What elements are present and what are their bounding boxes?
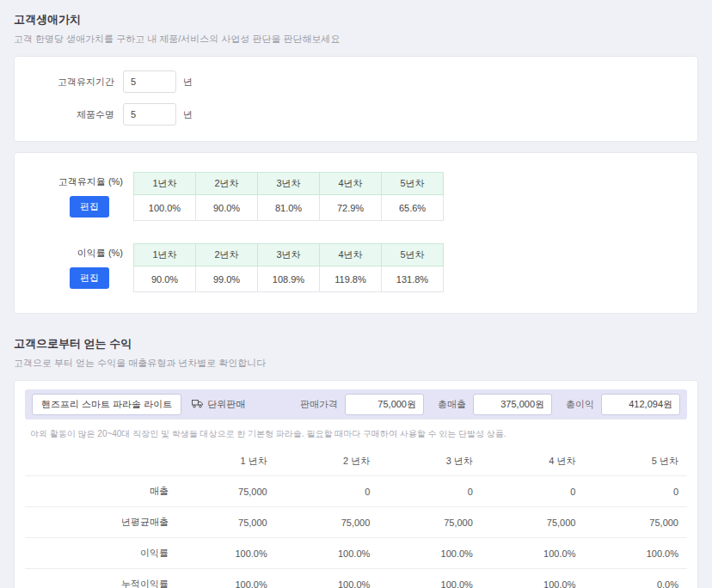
clv-section-header: 고객생애가치 고객 한명당 생애가치를 구하고 내 제품/서비스의 사업성 판단… xyxy=(14,12,698,46)
total-revenue-value: 375,000원 xyxy=(473,394,552,415)
table-cell: 100.0% xyxy=(482,538,585,569)
profit-rate-label: 이익률 (%) xyxy=(77,247,123,260)
rate-cell: 99.0% xyxy=(196,266,258,292)
retention-period-input[interactable] xyxy=(123,70,176,93)
year-header: 2 년차 xyxy=(276,447,379,476)
table-cell: 100.0% xyxy=(584,538,687,569)
product-life-input[interactable] xyxy=(123,103,176,126)
rates-card: 고객유지율 (%) 편집 1년차 2년차 3년차 4년차 5년차 100.0% … xyxy=(14,152,698,314)
rate-cell: 72.9% xyxy=(320,195,382,221)
table-cell: 75,000 xyxy=(482,507,585,538)
table-cell: 75,000 xyxy=(177,476,276,507)
year-header: 2년차 xyxy=(196,173,258,195)
year-header: 4년차 xyxy=(320,173,382,195)
table-cell: 75,000 xyxy=(276,507,379,538)
year-header: 1년차 xyxy=(134,244,196,266)
product-revenue-card: 핸즈프리 스마트 파라솔 라이트 단위판매 판매가격 75,000원 총매출 3… xyxy=(14,380,698,588)
revenue-section-header: 고객으로부터 얻는 수익 고객으로 부터 얻는 수익을 매출유형과 년차별로 확… xyxy=(14,336,698,370)
profit-rate-left: 이익률 (%) 편집 xyxy=(35,243,123,289)
yearly-revenue-table: 1 년차 2 년차 3 년차 4 년차 5 년차 매출 75,000 0 0 0… xyxy=(25,447,687,588)
sale-type-label: 단위판매 xyxy=(207,398,245,411)
revenue-section-subtitle: 고객으로 부터 얻는 수익을 매출유형과 년차별로 확인합니다 xyxy=(14,357,698,370)
table-row: 매출 75,000 0 0 0 0 xyxy=(25,476,687,507)
product-life-row: 제품수명 년 xyxy=(35,103,677,126)
retention-rate-value-row: 100.0% 90.0% 81.0% 72.9% 65.6% xyxy=(134,195,444,221)
page-title: 고객생애가치 xyxy=(14,12,698,28)
rate-cell: 119.8% xyxy=(320,266,382,292)
table-cell: 100.0% xyxy=(378,538,482,569)
table-row: 이익률 100.0% 100.0% 100.0% 100.0% 100.0% xyxy=(25,538,687,569)
sale-type: 단위판매 xyxy=(192,398,245,411)
rate-cell: 108.9% xyxy=(258,266,320,292)
year-header: 2년차 xyxy=(196,244,258,266)
table-cell: 100.0% xyxy=(177,569,276,588)
year-header: 1년차 xyxy=(134,173,196,195)
table-row: 누적이익률 100.0% 100.0% 100.0% 100.0% 0.0% xyxy=(25,569,687,588)
product-header-bar: 핸즈프리 스마트 파라솔 라이트 단위판매 판매가격 75,000원 총매출 3… xyxy=(25,389,687,420)
retention-rate-table: 1년차 2년차 3년차 4년차 5년차 100.0% 90.0% 81.0% 7… xyxy=(133,172,444,221)
profit-rate-edit-button[interactable]: 편집 xyxy=(70,267,109,289)
revenue-section-title: 고객으로부터 얻는 수익 xyxy=(14,336,698,352)
table-cell: 75,000 xyxy=(378,507,482,538)
rate-cell: 90.0% xyxy=(196,195,258,221)
product-life-unit: 년 xyxy=(183,108,193,121)
page-subtitle: 고객 한명당 생애가치를 구하고 내 제품/서비스의 사업성 판단을 판단해보세… xyxy=(14,33,698,46)
profit-rate-table: 1년차 2년차 3년차 4년차 5년차 90.0% 99.0% 108.9% 1… xyxy=(133,243,444,292)
rate-cell: 131.8% xyxy=(382,266,444,292)
year-header: 4 년차 xyxy=(482,447,585,476)
empty-corner-cell xyxy=(25,447,177,476)
table-cell: 0 xyxy=(482,476,585,507)
year-header: 5년차 xyxy=(382,244,444,266)
table-cell: 100.0% xyxy=(276,538,379,569)
row-label: 년평균매출 xyxy=(25,507,177,538)
table-cell: 75,000 xyxy=(584,507,687,538)
retention-period-label: 고객유지기간 xyxy=(35,76,114,89)
year-header: 5 년차 xyxy=(584,447,687,476)
table-row: 년평균매출 75,000 75,000 75,000 75,000 75,000 xyxy=(25,507,687,538)
truck-icon xyxy=(192,399,203,410)
profit-rate-header-row: 1년차 2년차 3년차 4년차 5년차 xyxy=(134,244,444,266)
total-profit-label: 총이익 xyxy=(566,398,594,411)
profit-rate-group: 이익률 (%) 편집 1년차 2년차 3년차 4년차 5년차 90.0% 99.… xyxy=(35,243,677,292)
product-description: 야외 활동이 많은 20~40대 직장인 및 학생을 대상으로 한 기본형 파라… xyxy=(25,420,687,447)
inputs-card: 고객유지기간 년 제품수명 년 xyxy=(14,56,698,142)
retention-period-unit: 년 xyxy=(183,76,193,89)
row-label: 매출 xyxy=(25,476,177,507)
table-cell: 100.0% xyxy=(276,569,379,588)
total-revenue-label: 총매출 xyxy=(438,398,466,411)
rate-cell: 100.0% xyxy=(134,195,196,221)
year-header: 3 년차 xyxy=(378,447,482,476)
table-cell: 0 xyxy=(276,476,379,507)
year-header: 1 년차 xyxy=(177,447,276,476)
sale-price-label: 판매가격 xyxy=(300,398,338,411)
year-header: 5년차 xyxy=(382,173,444,195)
table-cell: 100.0% xyxy=(378,569,482,588)
sale-price-value[interactable]: 75,000원 xyxy=(345,394,424,415)
year-header: 4년차 xyxy=(320,244,382,266)
table-cell: 100.0% xyxy=(177,538,276,569)
year-header: 3년차 xyxy=(258,244,320,266)
rate-cell: 90.0% xyxy=(134,266,196,292)
table-cell: 0 xyxy=(584,476,687,507)
customer-lifetime-value-page: 고객생애가치 고객 한명당 생애가치를 구하고 내 제품/서비스의 사업성 판단… xyxy=(0,0,712,588)
retention-rate-edit-button[interactable]: 편집 xyxy=(70,196,109,217)
retention-rate-label: 고객유지율 (%) xyxy=(58,175,123,188)
year-header: 3년차 xyxy=(258,173,320,195)
total-profit-value: 412,094원 xyxy=(601,394,680,415)
retention-rate-header-row: 1년차 2년차 3년차 4년차 5년차 xyxy=(134,173,444,195)
retention-rate-left: 고객유지율 (%) 편집 xyxy=(35,172,123,217)
rate-cell: 81.0% xyxy=(258,195,320,221)
product-name-box[interactable]: 핸즈프리 스마트 파라솔 라이트 xyxy=(32,394,181,415)
product-life-label: 제품수명 xyxy=(35,108,114,121)
table-cell: 75,000 xyxy=(177,507,276,538)
table-cell: 0.0% xyxy=(584,569,687,588)
retention-rate-group: 고객유지율 (%) 편집 1년차 2년차 3년차 4년차 5년차 100.0% … xyxy=(35,172,677,221)
table-cell: 0 xyxy=(378,476,482,507)
row-label: 이익률 xyxy=(25,538,177,569)
table-cell: 100.0% xyxy=(482,569,585,588)
row-label: 누적이익률 xyxy=(25,569,177,588)
retention-period-row: 고객유지기간 년 xyxy=(35,70,677,93)
year-header-row: 1 년차 2 년차 3 년차 4 년차 5 년차 xyxy=(25,447,687,476)
rate-cell: 65.6% xyxy=(382,195,444,221)
profit-rate-value-row: 90.0% 99.0% 108.9% 119.8% 131.8% xyxy=(134,266,444,292)
